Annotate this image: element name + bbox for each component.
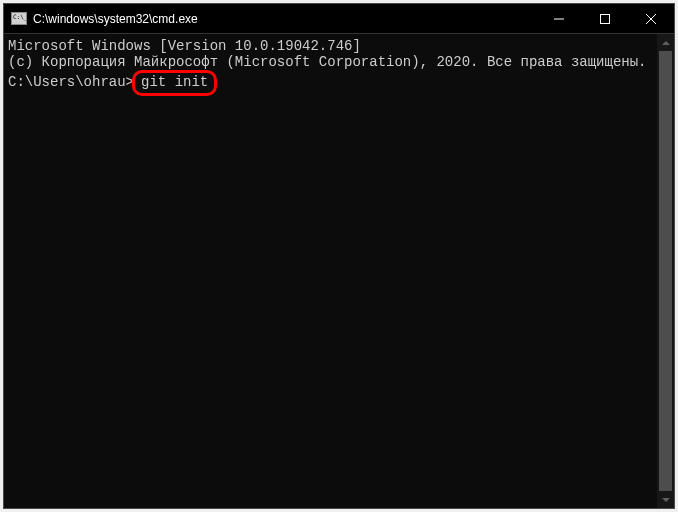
scroll-down-button[interactable] — [657, 491, 674, 508]
cmd-icon — [11, 12, 27, 25]
window-controls — [536, 4, 674, 33]
cmd-window: C:\windows\system32\cmd.exe Microsoft Wi — [3, 3, 675, 509]
svg-rect-1 — [601, 14, 610, 23]
titlebar[interactable]: C:\windows\system32\cmd.exe — [4, 4, 674, 34]
prompt: C:\Users\ohrau> — [8, 74, 134, 90]
scroll-track[interactable] — [657, 51, 674, 491]
close-icon — [646, 14, 656, 24]
maximize-icon — [600, 14, 610, 24]
minimize-icon — [554, 14, 564, 24]
vertical-scrollbar[interactable] — [657, 34, 674, 508]
maximize-button[interactable] — [582, 4, 628, 33]
scroll-up-button[interactable] — [657, 34, 674, 51]
version-line: Microsoft Windows [Version 10.0.19042.74… — [8, 38, 653, 54]
scroll-thumb[interactable] — [659, 51, 672, 491]
terminal-output[interactable]: Microsoft Windows [Version 10.0.19042.74… — [4, 34, 657, 508]
command-text: git init — [141, 74, 208, 90]
close-button[interactable] — [628, 4, 674, 33]
command-highlight: git init — [132, 70, 217, 96]
content-area: Microsoft Windows [Version 10.0.19042.74… — [4, 34, 674, 508]
minimize-button[interactable] — [536, 4, 582, 33]
window-title: C:\windows\system32\cmd.exe — [33, 12, 536, 26]
chevron-down-icon — [662, 498, 670, 502]
copyright-line: (c) Корпорация Майкрософт (Microsoft Cor… — [8, 54, 653, 70]
chevron-up-icon — [662, 41, 670, 45]
